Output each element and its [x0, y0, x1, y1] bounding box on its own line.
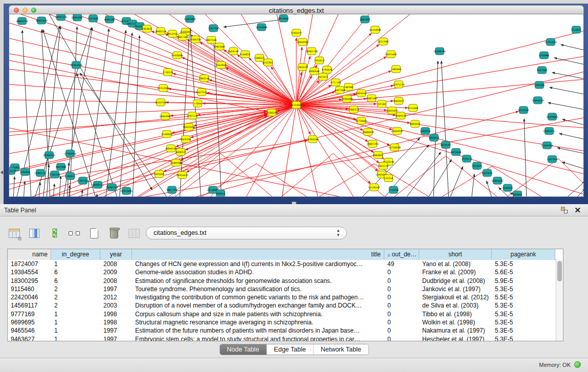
- graph-node[interactable]: 22420046: [171, 52, 183, 59]
- table-cell[interactable]: 2008: [100, 277, 132, 285]
- table-cell[interactable]: 5.3E-5: [492, 318, 555, 326]
- table-cell[interactable]: 0: [384, 310, 419, 318]
- graph-node[interactable]: 10654985: [159, 113, 171, 120]
- table-cell[interactable]: 0: [384, 293, 419, 301]
- table-cell[interactable]: Dudbridge et al. (2008): [419, 277, 492, 285]
- table-body[interactable]: 1872400712008Changes of HCN gene express…: [8, 260, 556, 341]
- column-header-pagerank[interactable]: pagerank: [492, 249, 555, 260]
- table-cell[interactable]: 9463627: [8, 335, 51, 341]
- graph-node[interactable]: 16782753: [106, 184, 118, 191]
- column-header-in_degree[interactable]: in_degree: [51, 249, 100, 260]
- table-cell[interactable]: 22420046: [8, 293, 51, 301]
- graph-node[interactable]: 1621075: [318, 73, 329, 80]
- graph-node[interactable]: 5824554: [356, 90, 367, 97]
- graph-node[interactable]: 10807487: [365, 95, 377, 102]
- graph-node[interactable]: 16914479: [176, 171, 188, 179]
- table-cell[interactable]: Jankovic et al. (1997): [419, 285, 492, 293]
- node-table[interactable]: namein_degreeyeartitle▵out_de…shortpager…: [7, 249, 563, 341]
- graph-node[interactable]: 12444154: [532, 97, 543, 104]
- table-cell[interactable]: 9777169: [8, 310, 51, 318]
- table-cell[interactable]: Investigating the contribution of common…: [132, 293, 384, 301]
- table-cell[interactable]: 0: [384, 268, 419, 276]
- graph-node[interactable]: 9827546: [206, 36, 217, 43]
- graph-node[interactable]: 746266: [344, 83, 353, 91]
- table-cell[interactable]: 0: [384, 318, 419, 326]
- close-panel-icon[interactable]: ✕: [574, 206, 581, 215]
- graph-node[interactable]: 9857791: [167, 186, 178, 193]
- delete-column-icon[interactable]: [107, 226, 121, 240]
- graph-node[interactable]: 1209385: [534, 81, 545, 89]
- graph-node[interactable]: 7625402: [154, 170, 165, 178]
- table-cell[interactable]: 19384554: [8, 268, 51, 276]
- graph-node[interactable]: 9858923: [429, 134, 440, 141]
- table-cell[interactable]: 0: [384, 285, 419, 293]
- graph-node[interactable]: 8186328: [190, 36, 201, 43]
- tab-edge-table[interactable]: Edge Table: [267, 344, 313, 355]
- graph-node[interactable]: 1640954: [420, 127, 431, 135]
- graph-node[interactable]: 9146821: [240, 51, 251, 58]
- table-cell[interactable]: 1: [51, 326, 100, 335]
- graph-node[interactable]: 16210645: [546, 113, 558, 120]
- tab-network-table[interactable]: Network Table: [314, 344, 368, 355]
- network-window-titlebar[interactable]: citations_edges.txt: [9, 5, 584, 14]
- graph-node[interactable]: 9463627: [394, 97, 404, 104]
- table-cell[interactable]: 0: [384, 277, 419, 285]
- graph-node[interactable]: 10688639: [362, 128, 374, 136]
- table-cell[interactable]: 18724007: [8, 260, 51, 268]
- graph-node[interactable]: 17004: [193, 100, 202, 107]
- table-cell[interactable]: Franke et al. (2009): [419, 268, 492, 276]
- table-cell[interactable]: 1998: [100, 318, 132, 326]
- table-cell[interactable]: Disruption of a novel member of a sodium…: [132, 301, 384, 310]
- graph-node[interactable]: 10937110: [55, 14, 67, 20]
- graph-node[interactable]: 2987608: [214, 43, 225, 50]
- table-cell[interactable]: Genome-wide association studies in ADHD.: [132, 268, 384, 276]
- table-cell[interactable]: 1997: [100, 326, 132, 335]
- graph-node[interactable]: 9684067: [373, 151, 384, 159]
- graph-node[interactable]: 8990448: [309, 68, 320, 75]
- table-cell[interactable]: 9465546: [8, 326, 51, 335]
- graph-node[interactable]: 8912954: [167, 30, 178, 37]
- graph-node[interactable]: 3915137: [9, 167, 16, 174]
- table-cell[interactable]: 0: [384, 301, 419, 310]
- graph-node[interactable]: 14353594: [183, 123, 194, 130]
- graph-node[interactable]: 152254: [384, 174, 393, 182]
- table-cell[interactable]: Estimation of significance thresholds fo…: [132, 277, 384, 285]
- graph-node[interactable]: 16033809: [184, 15, 195, 23]
- graph-node[interactable]: 20206555: [43, 151, 55, 159]
- column-header-title[interactable]: title: [132, 249, 384, 260]
- table-cell[interactable]: Tibbo et al. (1998): [419, 310, 492, 318]
- table-settings-icon[interactable]: ⚙: [7, 226, 21, 240]
- graph-node[interactable]: 12756928: [388, 144, 400, 151]
- graph-node[interactable]: 9229986: [539, 52, 550, 59]
- float-panel-icon[interactable]: [561, 207, 568, 213]
- graph-node[interactable]: 245012: [216, 190, 225, 197]
- table-cell[interactable]: 1997: [100, 335, 132, 341]
- table-cell[interactable]: Yano et al. (2008): [419, 260, 492, 268]
- graph-node[interactable]: 8813054: [278, 15, 289, 22]
- graph-node[interactable]: 8949578: [396, 112, 406, 119]
- graph-node[interactable]: 152203: [264, 59, 273, 66]
- table-cell[interactable]: 5.3E-5: [492, 335, 555, 341]
- graph-node[interactable]: 7485063: [391, 65, 402, 73]
- graph-node[interactable]: 8878334: [181, 136, 191, 143]
- graph-node[interactable]: 19384554: [307, 136, 318, 143]
- graph-node[interactable]: 8471676: [482, 169, 493, 177]
- table-row[interactable]: 1938455462009Genome-wide association stu…: [8, 268, 556, 276]
- graph-node[interactable]: 15892971: [543, 127, 555, 135]
- graph-node[interactable]: 9227349: [537, 67, 548, 74]
- table-row[interactable]: 1456911722003Disruption of a novel membe…: [8, 301, 556, 310]
- graph-node[interactable]: 15720407: [355, 117, 367, 124]
- graph-node[interactable]: 1145194: [50, 171, 60, 178]
- graph-node[interactable]: 7357224: [208, 25, 219, 32]
- graph-node[interactable]: 10958117: [92, 181, 103, 188]
- graph-node[interactable]: 6497568: [335, 86, 345, 94]
- graph-node[interactable]: 1362615: [297, 63, 308, 71]
- table-cell[interactable]: 5.3E-5: [492, 285, 555, 293]
- table-row[interactable]: 977716911998Corpus callosum shape and si…: [8, 310, 556, 318]
- column-header-out_de[interactable]: ▵out_de…: [384, 249, 419, 260]
- graph-node[interactable]: 8427552: [197, 89, 207, 96]
- graph-node[interactable]: 2803144: [199, 75, 210, 82]
- table-row[interactable]: 1872400712008Changes of HCN gene express…: [8, 260, 556, 268]
- graph-node[interactable]: 10107553: [155, 99, 166, 106]
- graph-node[interactable]: 9097588: [56, 163, 67, 170]
